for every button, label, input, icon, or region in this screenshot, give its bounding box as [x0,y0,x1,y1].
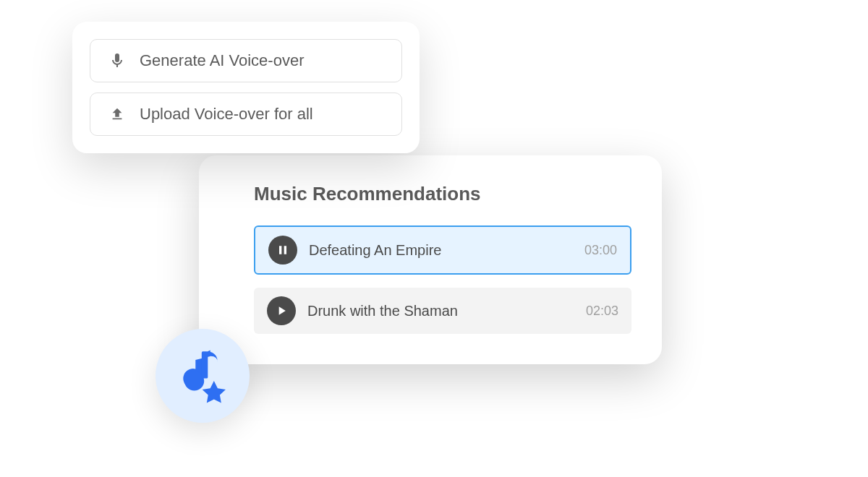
track-duration: 02:03 [586,304,618,319]
upload-icon [108,105,127,124]
track-name: Drunk with the Shaman [307,303,574,319]
track-name: Defeating An Empire [309,242,573,259]
music-recommendations-panel: Music Recommendations Defeating An Empir… [199,155,662,364]
upload-voiceover-label: Upload Voice-over for all [140,105,313,124]
pause-icon[interactable] [268,236,297,265]
microphone-icon [108,51,127,70]
music-badge [156,329,250,423]
generate-voiceover-button[interactable]: Generate AI Voice-over [90,39,402,82]
track-row[interactable]: Drunk with the Shaman 02:03 [254,288,631,334]
music-panel-title: Music Recommendations [254,183,631,205]
generate-voiceover-label: Generate AI Voice-over [140,51,304,70]
play-icon[interactable] [267,296,296,325]
voice-over-panel: Generate AI Voice-over Upload Voice-over… [72,22,420,153]
track-duration: 03:00 [584,243,617,258]
svg-point-0 [184,371,204,390]
upload-voiceover-button[interactable]: Upload Voice-over for all [90,93,402,136]
music-note-star-icon [172,344,234,408]
svg-rect-1 [201,351,208,378]
track-row[interactable]: Defeating An Empire 03:00 [254,225,631,275]
